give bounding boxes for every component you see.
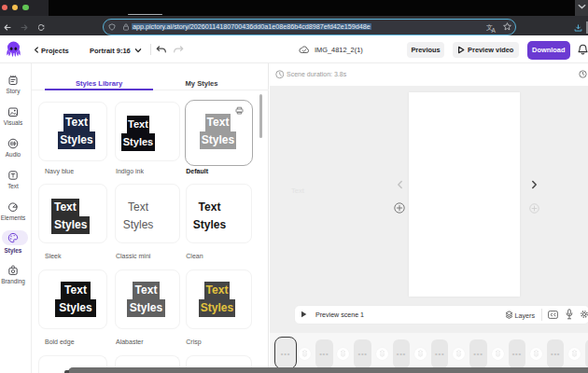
svg-text:A: A [492,26,497,33]
